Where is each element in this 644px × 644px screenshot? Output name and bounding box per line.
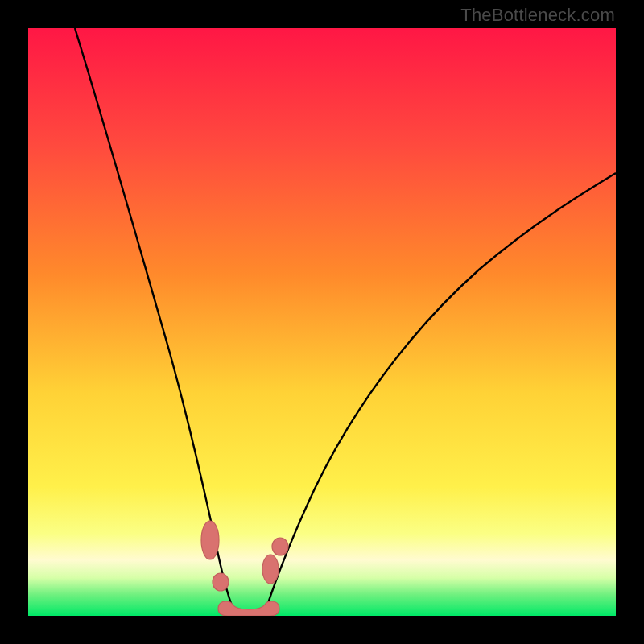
plot-area: [28, 28, 616, 616]
watermark-text: TheBottleneck.com: [460, 5, 615, 26]
marker-left-lower: [213, 573, 229, 591]
markers-group: [201, 521, 288, 616]
chart-curves: [28, 28, 616, 616]
chart-frame: TheBottleneck.com: [0, 0, 644, 644]
marker-left-upper: [201, 521, 219, 559]
marker-right-lower: [262, 555, 279, 584]
marker-right-upper: [272, 538, 288, 555]
right-curve: [266, 173, 616, 608]
marker-floor: [218, 601, 279, 616]
